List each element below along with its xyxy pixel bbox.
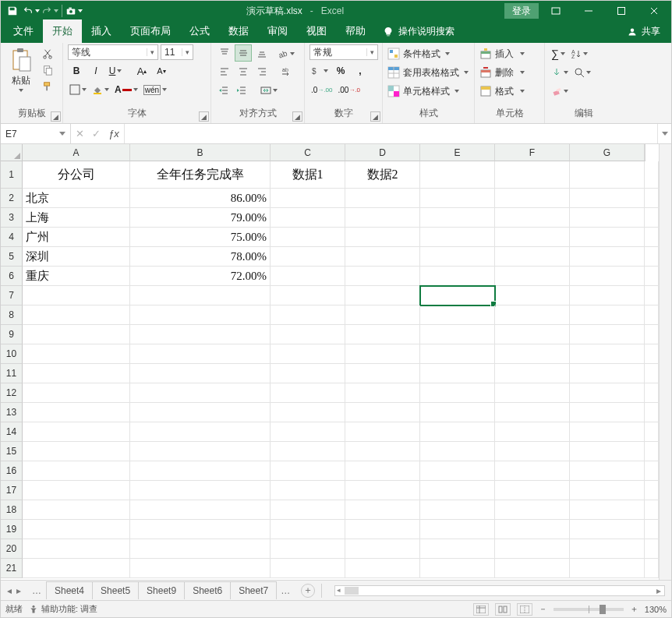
cell-D17[interactable] [345,481,420,500]
cell-A19[interactable] [23,520,130,539]
cell-F3[interactable] [495,208,570,228]
cell-C15[interactable] [271,442,345,461]
cell-G15[interactable] [570,442,645,461]
cell-C5[interactable] [271,247,345,267]
cell-F12[interactable] [495,383,570,403]
cell-filler-4[interactable] [645,228,659,247]
zoom-level[interactable]: 130% [645,605,667,614]
cell-F2[interactable] [495,189,570,208]
cell-D4[interactable] [345,228,420,247]
row-header-15[interactable]: 15 [1,442,23,461]
cell-A14[interactable] [23,422,130,442]
vertical-scrollbar[interactable] [659,144,671,580]
cell-filler-15[interactable] [645,442,659,461]
cell-G18[interactable] [570,500,645,520]
page-break-view-icon[interactable] [517,603,532,616]
cell-E5[interactable] [420,247,495,267]
cell-B1[interactable]: 全年任务完成率 [130,161,271,189]
percent-icon[interactable]: % [332,63,349,79]
cell-G14[interactable] [570,422,645,442]
cell-filler-16[interactable] [645,461,659,481]
sheet-tab-Sheet5[interactable]: Sheet5 [92,581,139,599]
camera-icon[interactable] [65,2,83,19]
font-color-icon[interactable]: A [113,82,140,97]
decrease-decimal-icon[interactable]: .00→.0 [336,82,362,97]
increase-font-icon[interactable]: A▴ [133,63,150,79]
cell-G4[interactable] [570,228,645,247]
format-cells-button[interactable]: 格式 [479,83,525,100]
accessibility-status[interactable]: 辅助功能: 调查 [29,603,97,615]
cell-A17[interactable] [23,481,130,500]
cell-B20[interactable] [130,539,271,559]
cell-E13[interactable] [420,403,495,422]
cell-E1[interactable] [420,161,495,189]
cell-E2[interactable] [420,189,495,208]
sheet-tab-Sheet6[interactable]: Sheet6 [184,581,231,599]
cell-filler-14[interactable] [645,422,659,442]
cell-B21[interactable] [130,559,271,578]
cell-C11[interactable] [271,364,345,383]
cell-D11[interactable] [345,364,420,383]
wrap-text-icon[interactable]: ab [276,64,296,79]
page-layout-view-icon[interactable] [495,603,511,616]
align-top-icon[interactable] [216,44,233,62]
cell-A15[interactable] [23,442,130,461]
save-icon[interactable] [4,2,21,19]
insert-cells-button[interactable]: 插入 [479,45,525,62]
cell-D19[interactable] [345,520,420,539]
sheet-nav-next-icon[interactable]: ▸ [16,585,21,596]
cell-C2[interactable] [271,189,345,208]
merge-center-icon[interactable] [259,83,279,98]
cell-filler-8[interactable] [645,305,659,325]
cell-B5[interactable]: 78.00% [130,247,271,267]
cell-D2[interactable] [345,189,420,208]
cell-E7[interactable] [420,286,495,305]
cell-C12[interactable] [271,383,345,403]
login-button[interactable]: 登录 [504,3,539,19]
increase-decimal-icon[interactable]: .0→.00 [309,82,334,97]
increase-indent-icon[interactable] [234,83,249,98]
cell-filler-12[interactable] [645,383,659,403]
cell-G9[interactable] [570,325,645,344]
minimize-icon[interactable] [573,1,604,21]
cell-A7[interactable] [23,286,130,305]
cell-C13[interactable] [271,403,345,422]
cell-styles-button[interactable]: 单元格样式 [387,83,469,100]
maximize-icon[interactable] [606,1,637,21]
select-all-corner[interactable] [1,144,23,161]
row-header-12[interactable]: 12 [1,383,23,403]
share-button[interactable]: 共享 [642,25,660,38]
cell-filler-11[interactable] [645,364,659,383]
copy-icon[interactable] [40,63,55,77]
sheet-more-left-icon[interactable]: … [27,585,46,596]
cells-area[interactable]: 分公司全年任务完成率数据1数据2北京86.00%上海79.00%广州75.00%… [23,161,659,578]
cell-D3[interactable] [345,208,420,228]
cell-B13[interactable] [130,403,271,422]
cell-B16[interactable] [130,461,271,481]
cell-E10[interactable] [420,344,495,364]
cell-E18[interactable] [420,500,495,520]
cell-C1[interactable]: 数据1 [271,161,345,189]
cell-A16[interactable] [23,461,130,481]
cell-A9[interactable] [23,325,130,344]
row-header-7[interactable]: 7 [1,286,23,305]
cell-F11[interactable] [495,364,570,383]
format-painter-icon[interactable] [40,79,55,94]
conditional-formatting-button[interactable]: 条件格式 [387,45,469,62]
cell-B12[interactable] [130,383,271,403]
cell-C14[interactable] [271,422,345,442]
row-header-2[interactable]: 2 [1,189,23,208]
tab-插入[interactable]: 插入 [82,19,121,43]
cell-G16[interactable] [570,461,645,481]
row-header-18[interactable]: 18 [1,500,23,520]
sheet-more-right-icon[interactable]: … [276,585,295,596]
cell-F9[interactable] [495,325,570,344]
decrease-indent-icon[interactable] [216,83,232,98]
cell-F19[interactable] [495,520,570,539]
cell-D1[interactable]: 数据2 [345,161,420,189]
cell-G1[interactable] [570,161,645,189]
number-launcher-icon[interactable]: ◢ [370,111,380,122]
cell-filler-3[interactable] [645,208,659,228]
cell-C4[interactable] [271,228,345,247]
enter-formula-icon[interactable]: ✓ [92,128,101,139]
